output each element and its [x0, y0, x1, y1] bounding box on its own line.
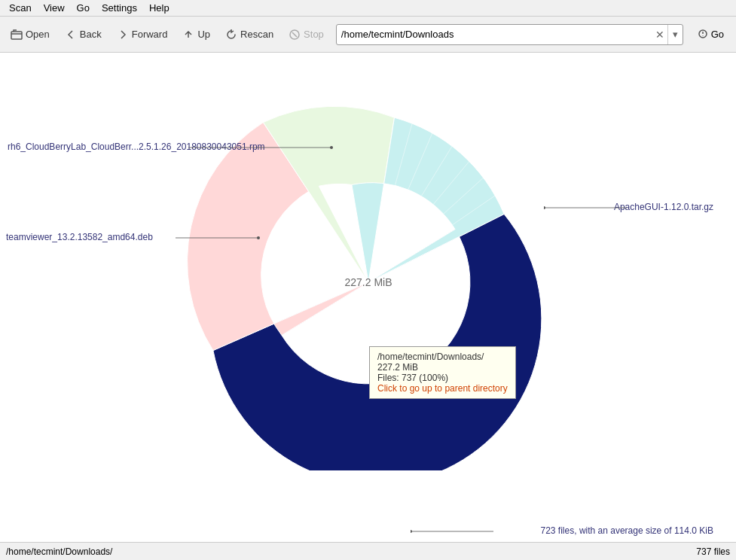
menu-settings[interactable]: Settings	[96, 1, 143, 15]
menu-go[interactable]: Go	[71, 1, 96, 15]
statusbar-count: 737 files	[696, 546, 730, 557]
address-bar-wrap: ✕ ▾	[336, 24, 683, 45]
up-icon	[182, 29, 194, 41]
tooltip-link[interactable]: Click to go up to parent directory	[377, 383, 508, 394]
go-button[interactable]: Go	[689, 26, 731, 44]
open-button[interactable]: Open	[5, 26, 56, 44]
menu-help[interactable]: Help	[143, 1, 176, 15]
svg-point-15	[411, 530, 412, 533]
forward-button[interactable]: Forward	[111, 26, 174, 44]
open-icon	[11, 29, 23, 41]
cloudberry-line	[188, 142, 339, 187]
up-label: Up	[197, 29, 210, 40]
back-icon	[65, 29, 77, 41]
tooltip[interactable]: /home/tecmint/Downloads/ 227.2 MiB Files…	[369, 346, 516, 399]
up-button[interactable]: Up	[176, 26, 216, 44]
stop-label: Stop	[304, 29, 324, 40]
rescan-icon	[225, 29, 237, 41]
svg-point-9	[330, 146, 333, 149]
address-dropdown-button[interactable]: ▾	[667, 25, 683, 44]
apache-label: ApacheGUI-1.12.0.tar.gz	[614, 202, 713, 212]
rescan-button[interactable]: Rescan	[219, 26, 279, 44]
statusbar: /home/tecmint/Downloads/ 737 files	[0, 542, 736, 560]
tooltip-size: 227.2 MiB	[377, 362, 508, 373]
forward-label: Forward	[132, 29, 168, 40]
teamviewer-label: teamviewer_13.2.13582_amd64.deb	[6, 232, 153, 242]
svg-point-11	[257, 236, 260, 239]
address-clear-button[interactable]: ✕	[652, 27, 667, 42]
open-label: Open	[26, 29, 50, 40]
center-size-label: 227.2 MiB	[344, 276, 392, 288]
menubar: Scan View Go Settings Help	[0, 0, 736, 17]
rescan-label: Rescan	[240, 29, 273, 40]
tooltip-files: Files: 737 (100%)	[377, 373, 508, 383]
main-content: 227.2 MiB rh6_CloudBerryLab_CloudBerr...…	[0, 53, 736, 542]
teamviewer-line	[176, 232, 266, 254]
statusbar-path: /home/tecmint/Downloads/	[6, 546, 112, 557]
apache-line	[544, 202, 634, 224]
menu-view[interactable]: View	[38, 1, 71, 15]
stop-icon	[289, 29, 301, 41]
bookmark-icon	[697, 29, 709, 41]
cloudberry-label: rh6_CloudBerryLab_CloudBerr...2.5.1.26_2…	[8, 142, 265, 152]
tooltip-path: /home/tecmint/Downloads/	[377, 352, 508, 362]
back-label: Back	[80, 29, 102, 40]
svg-point-13	[544, 206, 545, 209]
stop-button[interactable]: Stop	[282, 26, 330, 44]
small-files-label: 723 files, with an average size of 114.0…	[541, 525, 713, 536]
small-files-line	[411, 525, 501, 542]
address-input[interactable]	[337, 27, 652, 41]
menu-scan[interactable]: Scan	[3, 1, 38, 15]
svg-rect-0	[11, 32, 22, 39]
go-label: Go	[711, 29, 724, 40]
toolbar: Open Back Forward Up Rescan Stop ✕	[0, 17, 736, 53]
forward-icon	[117, 29, 129, 41]
back-button[interactable]: Back	[59, 26, 108, 44]
